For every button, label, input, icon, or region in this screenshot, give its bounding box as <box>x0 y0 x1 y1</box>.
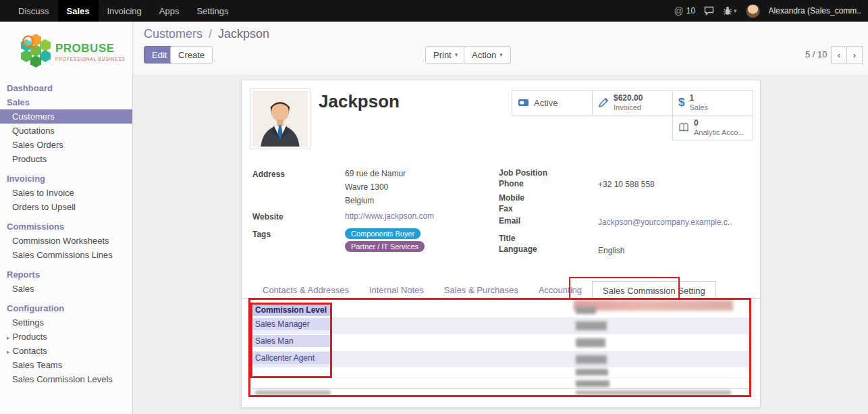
menu-discuss[interactable]: Discuss <box>9 0 58 22</box>
redacted-value <box>576 338 605 347</box>
job-position-label: Job Position <box>499 168 547 178</box>
sidebar-item-sales-commissions-lines[interactable]: Sales Commissions Lines <box>0 248 132 262</box>
sidebar-item-quotations[interactable]: Quotations <box>0 124 132 138</box>
sidebar-item-customers[interactable]: Customers <box>0 109 132 124</box>
print-label: Print <box>433 50 452 60</box>
table-row[interactable]: Callcenter Agent <box>252 351 751 367</box>
table-row[interactable]: Sales Man <box>252 334 751 351</box>
caret-right-icon: ▸ <box>7 348 10 355</box>
sidebar-item-orders-to-upsell[interactable]: Orders to Upsell <box>0 200 132 214</box>
redacted-value <box>576 390 731 395</box>
commission-level-cell: Callcenter Agent <box>252 352 332 364</box>
tag-components-buyer[interactable]: Components Buyer <box>345 228 421 239</box>
sidebar-item-config-contacts[interactable]: ▸Contacts <box>0 344 132 358</box>
language-value: English <box>598 246 624 255</box>
title-label: Title <box>499 234 515 243</box>
tab-internal-notes[interactable]: Internal Notes <box>359 281 434 299</box>
website-label: Website <box>252 212 283 222</box>
topbar: Discuss Sales Invoicing Apps Settings @ … <box>0 0 868 22</box>
breadcrumb: Customers / Jackpson <box>144 27 269 41</box>
sidebar-item-settings[interactable]: Settings <box>0 315 132 330</box>
sales-label: Sales <box>689 103 708 113</box>
tab-contacts-addresses[interactable]: Contacts & Addresses <box>252 281 359 299</box>
pager-counter: 5 / 10 <box>805 49 828 59</box>
analytic-count: 0 <box>694 118 744 128</box>
probuse-logo: PROBUSE PROFESSIONAL BUSINESS <box>0 22 132 78</box>
breadcrumb-separator: / <box>209 27 212 41</box>
create-button[interactable]: Create <box>170 46 213 63</box>
fax-label: Fax <box>499 204 513 213</box>
pager-previous-button[interactable]: ‹ <box>831 46 847 63</box>
tab-sales-purchases[interactable]: Sales & Purchases <box>434 281 528 299</box>
at-icon: @ <box>674 5 684 16</box>
sidebar-menu: Dashboard Sales Customers Quotations Sal… <box>0 81 132 386</box>
sidebar-item-reports-sales[interactable]: Sales <box>0 282 132 296</box>
breadcrumb-current: Jackpson <box>218 27 269 41</box>
logo-title: PROBUSE <box>55 42 126 55</box>
breadcrumb-customers-link[interactable]: Customers <box>144 27 202 41</box>
table-row[interactable]: Sales Manager <box>252 317 751 334</box>
sidebar-section-dashboard[interactable]: Dashboard <box>0 81 132 95</box>
logo-text: PROBUSE PROFESSIONAL BUSINESS <box>55 42 126 61</box>
phone-label: Phone <box>499 179 524 188</box>
invoiced-stat-button[interactable]: $620.00 Invoiced <box>592 90 673 115</box>
probuse-logo-icon <box>20 32 51 70</box>
sidebar-item-sales-teams[interactable]: Sales Teams <box>0 358 132 372</box>
sidebar-section-configuration[interactable]: Configuration <box>0 301 132 315</box>
menu-invoicing[interactable]: Invoicing <box>99 0 151 22</box>
pager-next-button[interactable]: › <box>846 46 863 63</box>
sidebar-item-commission-worksheets[interactable]: Commission Worksheets <box>0 234 132 248</box>
commission-level-cell: Sales Man <box>252 335 332 347</box>
mention-count: 10 <box>686 6 695 16</box>
control-panel: Customers / Jackpson Edit Create Print ▾… <box>134 22 868 74</box>
topbar-menus: Discuss Sales Invoicing Apps Settings <box>9 0 237 22</box>
table-row[interactable] <box>252 378 751 388</box>
email-link[interactable]: Jackpson@yourcompany.example.c.. <box>598 217 732 227</box>
table-row[interactable] <box>252 367 751 378</box>
mentions-indicator[interactable]: @ 10 <box>674 5 696 16</box>
table-footer-row <box>252 388 751 396</box>
address-line2: Wavre 1300 <box>345 182 388 192</box>
content-area: Jackpson Active $620.00 Invoiced $ 1 Sal… <box>134 74 868 414</box>
website-link[interactable]: http://www.jackpson.com <box>345 211 434 221</box>
tab-sales-commission-setting[interactable]: Sales Commission Setting <box>592 281 716 299</box>
print-dropdown[interactable]: Print ▾ <box>425 46 466 63</box>
redacted-value <box>576 321 607 330</box>
redacted-value <box>255 390 331 395</box>
debug-bug-icon[interactable]: ▾ <box>723 6 737 16</box>
sales-count: 1 <box>689 93 708 103</box>
active-stat-button[interactable]: Active <box>512 90 593 115</box>
menu-settings[interactable]: Settings <box>188 0 237 22</box>
sales-stat-button[interactable]: $ 1 Sales <box>672 90 753 115</box>
commission-table: Commission Level Sales Manager Sales Man… <box>252 303 751 396</box>
tab-accounting[interactable]: Accounting <box>528 281 592 299</box>
sidebar-section-reports[interactable]: Reports <box>0 267 132 282</box>
sidebar-section-invoicing[interactable]: Invoicing <box>0 172 132 186</box>
sidebar-item-sales-orders[interactable]: Sales Orders <box>0 138 132 152</box>
commission-level-header-cell[interactable]: Commission Level <box>252 303 573 317</box>
customer-name: Jackpson <box>319 91 400 112</box>
user-avatar[interactable] <box>746 4 760 18</box>
analytic-accounts-stat-button[interactable]: 0 Analytic Acco... <box>672 115 753 140</box>
sidebar-section-sales[interactable]: Sales <box>0 95 132 109</box>
sidebar-section-commissions[interactable]: Commissions <box>0 219 132 234</box>
phone-value: +32 10 588 558 <box>598 180 655 189</box>
user-menu[interactable]: Alexandra (Sales_comm.. <box>769 6 861 16</box>
menu-apps[interactable]: Apps <box>151 0 188 22</box>
sidebar-item-sales-commission-levels[interactable]: Sales Commission Levels <box>0 372 132 386</box>
sidebar-item-products[interactable]: Products <box>0 152 132 166</box>
customer-photo[interactable] <box>250 88 310 149</box>
chat-icon[interactable] <box>704 6 714 16</box>
address-line1: 69 rue de Namur <box>345 169 406 178</box>
sidebar-item-sales-to-invoice[interactable]: Sales to Invoice <box>0 186 132 200</box>
sidebar-item-config-products[interactable]: ▸Products <box>0 330 132 344</box>
commission-level-header: Commission Level <box>252 304 332 316</box>
invoiced-amount: $620.00 <box>614 93 643 103</box>
tag-partner-it-services[interactable]: Partner / IT Services <box>345 241 425 252</box>
active-toggle-icon <box>518 97 529 108</box>
notebook-tabs: Contacts & Addresses Internal Notes Sale… <box>242 281 760 299</box>
email-label: Email <box>499 216 520 226</box>
action-dropdown[interactable]: Action ▾ <box>464 46 511 63</box>
pencil-icon <box>598 97 609 108</box>
menu-sales[interactable]: Sales <box>58 0 99 22</box>
